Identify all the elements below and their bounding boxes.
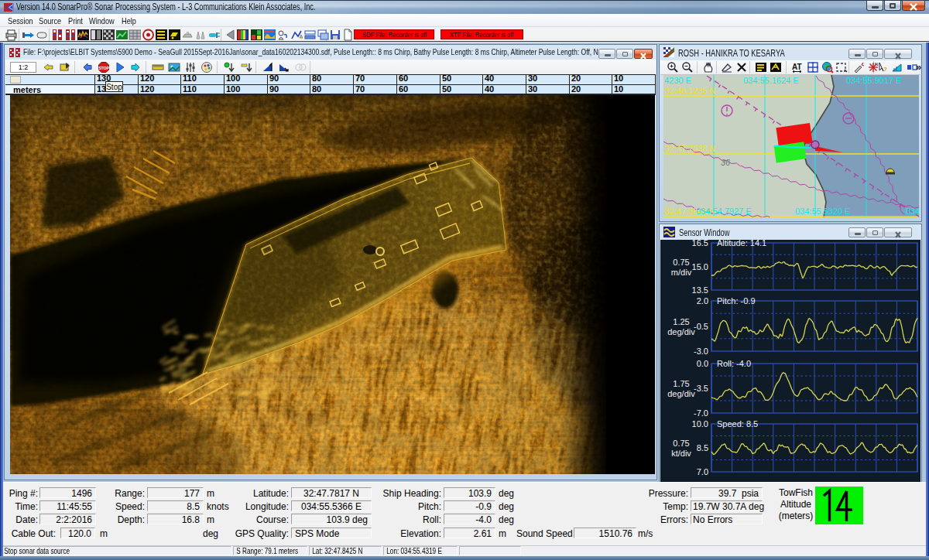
svg-text:STOP: STOP (98, 66, 109, 70)
svg-text:0.0: 0.0 (697, 359, 708, 368)
svg-text:13.5: 13.5 (692, 285, 708, 295)
svg-text:Speed: 8.5: Speed: 8.5 (717, 419, 758, 429)
svg-text:15.0: 15.0 (692, 262, 708, 271)
svg-text:034:55.1624 E: 034:55.1624 E (743, 76, 799, 85)
svg-text:034:54.7927 E: 034:54.7927 E (696, 207, 752, 216)
svg-text:8.5: 8.5 (697, 443, 708, 452)
svg-text:0.75: 0.75 (673, 439, 689, 448)
svg-text:deg/div: deg/div (667, 389, 695, 398)
svg-text:0.75: 0.75 (673, 258, 689, 267)
svg-text:1.25: 1.25 (673, 317, 689, 326)
svg-text:-3.0: -3.0 (694, 347, 708, 356)
svg-text:AT: AT (792, 63, 802, 71)
svg-text:Pitch: -0.9: Pitch: -0.9 (717, 296, 756, 306)
svg-text:16.5: 16.5 (692, 240, 708, 248)
svg-text:36: 36 (721, 158, 731, 167)
svg-text:32:47.7538 N: 32:47.7538 N (664, 144, 715, 153)
svg-text:Altitude: 14.1: Altitude: 14.1 (717, 240, 766, 248)
svg-text:Roll: -4.0: Roll: -4.0 (717, 359, 751, 368)
svg-text:034:55.5320 E: 034:55.5320 E (795, 207, 851, 216)
svg-text:kt/div: kt/div (671, 449, 691, 458)
svg-text:deg/div: deg/div (667, 327, 695, 336)
svg-text:-7.0: -7.0 (694, 408, 708, 418)
svg-text:4230 E: 4230 E (664, 76, 691, 85)
svg-text:?: ? (883, 66, 887, 73)
svg-text:034:55.9017 E: 034:55.9017 E (846, 76, 902, 85)
svg-text:10.0: 10.0 (692, 419, 708, 429)
svg-text:7.0: 7.0 (697, 467, 708, 476)
svg-text:-3.5: -3.5 (694, 384, 708, 393)
svg-text:1.75: 1.75 (673, 379, 689, 388)
svg-text:034:5: 034:5 (906, 207, 919, 216)
svg-text:m/div: m/div (671, 268, 692, 277)
svg-text:2.0: 2.0 (697, 296, 708, 306)
svg-text:32:48.1235 N: 32:48.1235 N (664, 86, 715, 95)
svg-text:-0.5: -0.5 (694, 322, 708, 331)
